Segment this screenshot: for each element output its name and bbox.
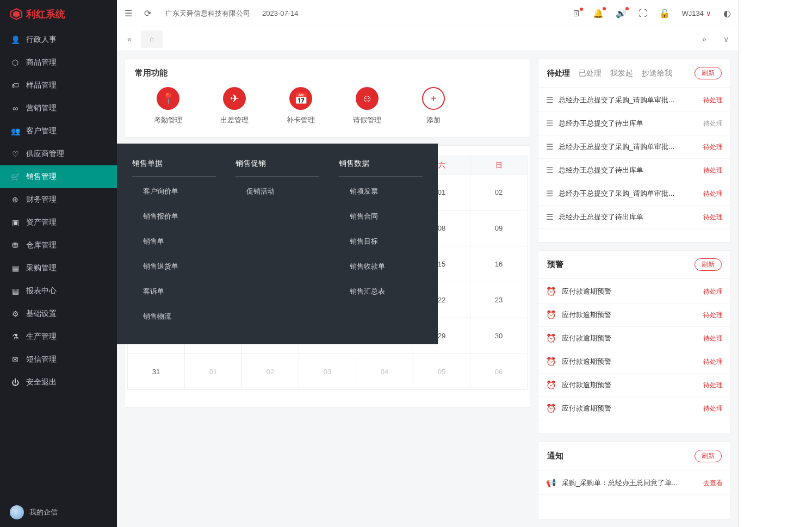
flyout-item[interactable]: 销售退货单 [132,254,216,279]
nav-icon: ♡ [11,150,20,158]
nav-item-3[interactable]: ∞营销管理 [0,97,117,120]
nav-item-1[interactable]: ⬡商品管理 [0,51,117,74]
warn-item[interactable]: ⏰应付款逾期预警待处理 [538,327,730,350]
nav-icon: ⚗ [11,332,20,341]
avatar [10,505,24,519]
todo-refresh-button[interactable]: 刷新 [695,67,722,79]
nav-label: 销售管理 [26,172,57,182]
user-menu[interactable]: WJ134∨ [682,9,711,17]
flyout-item[interactable]: 客诉单 [132,279,216,304]
flyout-col-title: 销售促销 [235,159,319,177]
notify-text: 采购_采购单：总经办王总同意了单... [562,478,698,488]
nav-item-7[interactable]: ⊕财务管理 [0,188,117,211]
tabs-next-icon[interactable]: » [696,35,712,44]
nav-icon: ⏻ [11,378,20,387]
flyout-item[interactable]: 销售报价单 [132,204,216,229]
todo-tab[interactable]: 抄送给我 [642,69,672,78]
warn-text: 应付款逾期预警 [562,357,698,367]
todo-item[interactable]: ☰总经办王总提交了采购_请购单审批...待处理 [538,89,730,112]
notify-refresh-button[interactable]: 刷新 [695,450,722,462]
brand-icon [10,8,23,21]
alarm-icon: ⏰ [546,404,556,413]
nav-item-11[interactable]: ▦报表中心 [0,280,117,302]
flyout-item[interactable]: 销项发票 [339,179,423,204]
quick-item[interactable]: ☺请假管理 [334,87,400,125]
todo-status: 待处理 [703,142,723,152]
quick-item[interactable]: 📅补卡管理 [268,87,334,125]
calendar-cell[interactable]: 16 [470,246,528,282]
todo-tab[interactable]: 已处理 [579,69,602,78]
nav-item-15[interactable]: ⏻安全退出 [0,371,117,394]
sidebar-bottom[interactable]: 我的企信 [0,498,117,527]
quick-icon: ✈ [223,87,246,110]
flyout-item[interactable]: 销售目标 [339,229,423,254]
list-icon: ☰ [546,165,553,175]
todo-item[interactable]: ☰总经办王总提交了待出库单待处理 [538,112,730,135]
fullscreen-icon[interactable]: ⛶ [639,9,647,18]
nav-item-14[interactable]: ✉短信管理 [0,348,117,371]
nav-item-12[interactable]: ⚙基础设置 [0,302,117,325]
nav-item-10[interactable]: ▤采购管理 [0,257,117,280]
theme-icon[interactable]: ◐ [723,8,731,18]
calendar-cell[interactable]: 23 [470,282,528,318]
quick-item[interactable]: +添加 [400,87,467,125]
nav-icon: ▦ [11,287,20,295]
nav-item-0[interactable]: 👤行政人事 [0,28,117,51]
todo-item[interactable]: ☰总经办王总提交了采购_请购单审批...待处理 [538,135,730,159]
calendar-cell[interactable]: 31 [128,354,185,390]
flyout-item[interactable]: 促销活动 [235,179,319,204]
calendar-cell[interactable]: 09 [470,210,528,246]
bell-icon[interactable]: 🔔 [593,8,604,18]
refresh-icon[interactable]: ⟳ [144,8,151,18]
sound-icon[interactable]: 🔊 [616,8,627,18]
warning-refresh-button[interactable]: 刷新 [695,258,722,271]
todo-item[interactable]: ☰总经办王总提交了待出库单待处理 [538,206,730,229]
nav-icon: ⚙ [11,309,20,318]
devtools-strip [739,0,812,527]
calendar-cell[interactable]: 04 [356,354,413,390]
calendar-cell[interactable]: 30 [470,318,528,354]
warn-item[interactable]: ⏰应付款逾期预警待处理 [538,397,730,420]
todo-item[interactable]: ☰总经办王总提交了采购_请购单审批...待处理 [538,182,730,206]
quick-item[interactable]: ✈出差管理 [201,87,268,125]
nav-item-6[interactable]: 🛒销售管理 [0,165,117,188]
flyout-column: 销售单据客户询价单销售报价单销售单销售退货单客诉单销售物流 [122,159,226,329]
flyout-item[interactable]: 销售单 [132,229,216,254]
lock-icon[interactable]: 🔓 [659,8,670,18]
quick-item[interactable]: 📍考勤管理 [135,87,201,125]
warn-item[interactable]: ⏰应付款逾期预警待处理 [538,374,730,397]
nav-item-13[interactable]: ⚗生产管理 [0,325,117,348]
home-tab[interactable]: ⌂ [141,30,163,48]
todo-tab[interactable]: 我发起 [610,69,633,78]
calendar-cell[interactable]: 02 [470,175,528,210]
calendar-cell[interactable]: 02 [242,354,299,390]
calendar-cell[interactable]: 03 [299,354,356,390]
calendar-icon[interactable]: 🗓 [572,9,581,18]
calendar-cell[interactable]: 01 [185,354,242,390]
nav-item-4[interactable]: 👥客户管理 [0,120,117,142]
todo-item[interactable]: ☰总经办王总提交了待出库单待处理 [538,159,730,182]
calendar-cell[interactable]: 05 [413,354,470,390]
collapse-sidebar-icon[interactable]: ☰ [125,8,132,18]
warn-status: 待处理 [703,381,723,390]
notify-item[interactable]: 📢采购_采购单：总经办王总同意了单...去查看 [538,472,730,495]
nav-label: 仓库管理 [26,240,57,250]
warn-item[interactable]: ⏰应付款逾期预警待处理 [538,280,730,303]
nav-label: 营销管理 [26,103,57,113]
flyout-item[interactable]: 销售汇总表 [339,279,423,304]
notify-action[interactable]: 去查看 [703,479,723,488]
nav-item-8[interactable]: ▣资产管理 [0,211,117,234]
flyout-item[interactable]: 客户询价单 [132,179,216,204]
todo-tab[interactable]: 待处理 [547,69,570,78]
tabs-menu-icon[interactable]: ∨ [718,35,734,44]
nav-item-9[interactable]: ⛃仓库管理 [0,234,117,257]
calendar-cell[interactable]: 06 [470,354,528,390]
flyout-item[interactable]: 销售物流 [132,304,216,329]
warn-item[interactable]: ⏰应付款逾期预警待处理 [538,303,730,327]
tabs-prev-icon[interactable]: « [121,35,138,44]
warn-item[interactable]: ⏰应付款逾期预警待处理 [538,350,730,374]
nav-item-2[interactable]: 🏷样品管理 [0,74,117,97]
flyout-item[interactable]: 销售收款单 [339,254,423,279]
nav-item-5[interactable]: ♡供应商管理 [0,142,117,165]
flyout-item[interactable]: 销售合同 [339,204,423,229]
